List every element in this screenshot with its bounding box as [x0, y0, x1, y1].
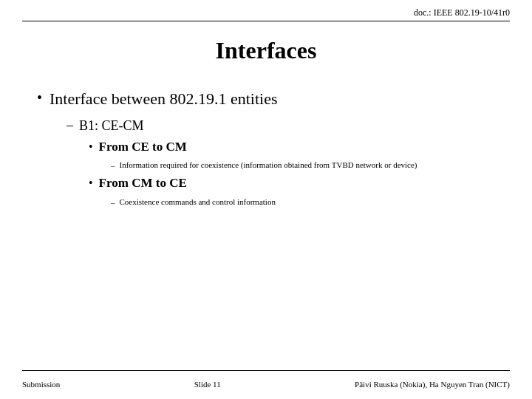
small-bullet-dot-icon: •	[89, 140, 93, 154]
small-bullet-dot-2-icon: •	[89, 177, 93, 190]
slide-title: Interfaces	[0, 37, 532, 64]
info-required-text: Information required for coexistence (in…	[120, 160, 417, 171]
main-bullet-item: • Interface between 802.19.1 entities	[37, 89, 510, 110]
sub-level-3-info: – Information required for coexistence (…	[111, 160, 510, 171]
slide-container: doc.: IEEE 802.19-10/41r0 Interfaces • I…	[0, 0, 532, 399]
small-dash-icon: –	[111, 161, 115, 170]
bullet-from-cm-to-ce: • From CM to CE	[89, 175, 510, 191]
footer-left: Submission	[22, 380, 60, 389]
coexistence-cmd-text: Coexistence commands and control informa…	[120, 197, 276, 208]
sub-level-1: – B1: CE-CM • From CE to CM – Informatio…	[66, 117, 510, 208]
content-area: • Interface between 802.19.1 entities – …	[37, 89, 510, 212]
header-line	[22, 21, 510, 21]
main-bullet-text: Interface between 802.19.1 entities	[50, 89, 277, 110]
footer-center: Slide 11	[194, 380, 221, 389]
footer-right: Päivi Ruuska (Nokia), Ha Nguyen Tran (NI…	[355, 380, 510, 389]
dash-item-b1: – B1: CE-CM	[66, 117, 510, 134]
bullet-from-ce-to-cm: • From CE to CM	[89, 139, 510, 155]
coexistence-cmd-item: – Coexistence commands and control infor…	[111, 197, 510, 208]
info-required-item: – Information required for coexistence (…	[111, 160, 510, 171]
from-ce-to-cm-text: From CE to CM	[99, 139, 187, 155]
doc-reference: doc.: IEEE 802.19-10/41r0	[414, 7, 510, 18]
footer: Submission Slide 11 Päivi Ruuska (Nokia)…	[22, 380, 510, 389]
sub-level-3-coex: – Coexistence commands and control infor…	[111, 197, 510, 208]
dash-icon: –	[66, 117, 73, 133]
footer-line	[22, 370, 510, 371]
small-dash-2-icon: –	[111, 198, 115, 207]
bullet-dot-icon: •	[37, 90, 42, 105]
b1-label: B1: CE-CM	[79, 117, 144, 134]
from-cm-to-ce-text: From CM to CE	[99, 175, 187, 191]
sub-level-2: • From CE to CM – Information required f…	[89, 139, 510, 208]
